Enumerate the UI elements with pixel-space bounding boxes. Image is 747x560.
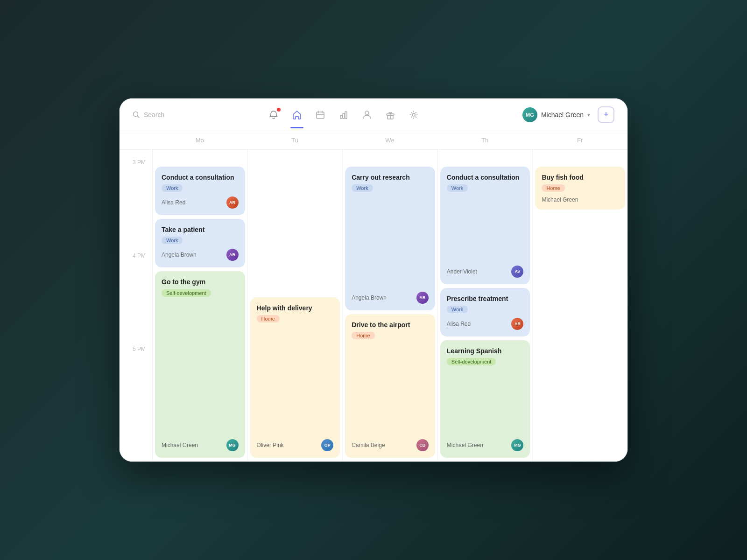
svg-line-1 <box>138 116 140 118</box>
card-footer-tu-1: Oliver Pink OP <box>257 439 334 451</box>
card-tag-we-2: Home <box>352 332 374 339</box>
search-box[interactable]: Search <box>133 111 164 119</box>
card-title-mo-1: Conduct a consultation <box>162 173 239 182</box>
card-tu-1[interactable]: Help with delivery Home Oliver Pink OP <box>250 297 340 458</box>
calendar-body: Mo Tu We Th Fr 3 PM 4 PM 5 PM Conduct a … <box>120 131 627 462</box>
card-footer-mo-1: Alisa Red AR <box>162 196 239 209</box>
card-user-fr-1: Michael Green <box>542 196 578 203</box>
top-spacer-mo <box>155 154 245 163</box>
card-tag-th-1: Work <box>447 184 468 192</box>
avatar-mo-3: MG <box>226 439 239 451</box>
card-user-mo-2: Angela Brown <box>162 252 197 258</box>
day-header-th: Th <box>437 131 533 149</box>
spacer-we-2 <box>352 342 429 434</box>
notification-badge <box>277 108 281 112</box>
card-we-2[interactable]: Drive to the airport Home Camila Beige C… <box>345 314 435 458</box>
card-tag-tu-1: Home <box>257 315 280 322</box>
card-user-th-1: Ander Violet <box>447 268 477 275</box>
avatar-we-1: AB <box>416 292 429 304</box>
card-user-th-2: Alisa Red <box>447 321 471 327</box>
avatar-mo-2: AB <box>226 249 239 261</box>
header: Search <box>120 98 627 131</box>
card-footer-mo-3: Michael Green MG <box>162 439 239 451</box>
card-mo-2[interactable]: Take a patient Work Angela Brown AB <box>155 219 245 267</box>
chart-icon-nav[interactable] <box>338 110 349 120</box>
right-header: MG Michael Green ▾ + <box>522 106 614 123</box>
time-4pm: 4 PM <box>120 252 152 346</box>
card-title-we-2: Drive to the airport <box>352 321 429 329</box>
card-tag-we-1: Work <box>352 184 373 192</box>
home-icon-nav[interactable] <box>292 110 302 120</box>
add-button[interactable]: + <box>598 106 614 123</box>
gear-icon <box>409 110 419 120</box>
svg-rect-7 <box>343 113 345 119</box>
card-footer-we-1: Angela Brown AB <box>352 292 429 304</box>
spacer-tu-1 <box>257 325 334 434</box>
top-spacer-tu <box>250 154 340 294</box>
card-tag-mo-2: Work <box>162 237 183 244</box>
avatar-th-2: AR <box>511 318 523 330</box>
avatar-th-1: AV <box>511 266 523 278</box>
day-col-we: Carry out research Work Angela Brown AB … <box>342 150 437 462</box>
gift-icon <box>385 110 395 120</box>
svg-rect-2 <box>317 112 324 119</box>
svg-point-9 <box>365 111 369 115</box>
card-user-we-1: Angela Brown <box>352 294 387 301</box>
calendar-icon-nav[interactable] <box>315 110 325 120</box>
spacer-th-1 <box>447 195 524 261</box>
spacer-we-1 <box>352 195 429 287</box>
card-footer-fr-1: Michael Green <box>542 196 619 203</box>
card-footer-th-1: Ander Violet AV <box>447 266 524 278</box>
svg-point-12 <box>412 113 415 116</box>
time-3pm: 3 PM <box>120 159 152 252</box>
card-title-we-1: Carry out research <box>352 173 429 182</box>
card-th-1[interactable]: Conduct a consultation Work Ander Violet… <box>440 167 530 284</box>
card-title-th-3: Learning Spanish <box>447 347 524 355</box>
card-user-mo-3: Michael Green <box>162 442 198 448</box>
svg-rect-8 <box>345 112 347 119</box>
card-mo-3[interactable]: Go to the gym Self-development Michael G… <box>155 271 245 458</box>
gift-icon-nav[interactable] <box>385 110 395 120</box>
card-mo-1[interactable]: Conduct a consultation Work Alisa Red AR <box>155 167 245 215</box>
card-th-3[interactable]: Learning Spanish Self-development Michae… <box>440 340 530 458</box>
card-fr-1[interactable]: Buy fish food Home Michael Green <box>535 167 625 210</box>
day-col-fr: Buy fish food Home Michael Green <box>532 150 627 462</box>
gear-icon-nav[interactable] <box>409 110 419 120</box>
time-grid: 3 PM 4 PM 5 PM Conduct a consultation Wo… <box>120 150 627 462</box>
user-profile[interactable]: MG Michael Green ▾ <box>522 107 590 122</box>
person-icon-nav[interactable] <box>362 110 372 120</box>
avatar-we-2: CB <box>416 439 429 451</box>
bell-icon-nav[interactable] <box>268 110 279 120</box>
card-title-fr-1: Buy fish food <box>542 173 619 182</box>
card-user-tu-1: Oliver Pink <box>257 442 284 448</box>
avatar-tu-1: OP <box>321 439 333 451</box>
day-header-tu: Tu <box>247 131 343 149</box>
day-header-fr: Fr <box>532 131 627 149</box>
card-user-we-2: Camila Beige <box>352 442 385 448</box>
card-footer-th-3: Michael Green MG <box>447 439 524 451</box>
day-header-mo: Mo <box>152 131 247 149</box>
day-col-mo: Conduct a consultation Work Alisa Red AR… <box>152 150 247 462</box>
top-spacer-we <box>345 154 435 163</box>
chevron-down-icon: ▾ <box>587 112 590 118</box>
card-tag-fr-1: Home <box>542 184 564 192</box>
card-tag-mo-3: Self-development <box>162 289 211 297</box>
time-labels-col: 3 PM 4 PM 5 PM <box>120 150 152 462</box>
time-col-header <box>120 131 152 149</box>
card-user-mo-1: Alisa Red <box>162 199 185 206</box>
nav-icons <box>268 110 419 120</box>
time-5pm: 5 PM <box>120 346 152 439</box>
card-tag-th-2: Work <box>447 306 468 313</box>
user-avatar: MG <box>522 107 537 122</box>
top-spacer-fr <box>535 154 625 163</box>
card-footer-th-2: Alisa Red AR <box>447 318 524 330</box>
card-we-1[interactable]: Carry out research Work Angela Brown AB <box>345 167 435 310</box>
card-th-2[interactable]: Prescribe treatment Work Alisa Red AR <box>440 288 530 336</box>
search-label: Search <box>144 111 164 119</box>
avatar-th-3: MG <box>511 439 523 451</box>
day-header-we: We <box>342 131 437 149</box>
card-tag-th-3: Self-development <box>447 358 496 365</box>
svg-rect-6 <box>340 115 342 119</box>
home-icon <box>292 110 302 120</box>
card-title-tu-1: Help with delivery <box>257 304 334 312</box>
